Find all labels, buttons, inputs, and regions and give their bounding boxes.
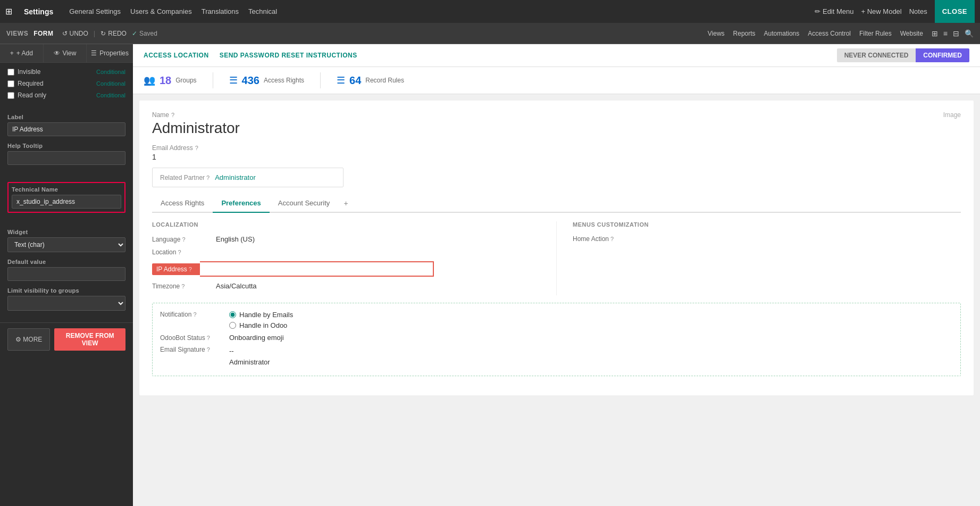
list-view-icon[interactable]: ≡ <box>943 29 948 38</box>
tab-access-rights[interactable]: Access Rights <box>152 195 213 213</box>
notification-help-icon[interactable]: ? <box>193 311 196 318</box>
undo-button[interactable]: ↺ UNDO <box>62 30 88 37</box>
name-field-label: Name ? <box>152 111 943 119</box>
access-rights-count: 436 <box>242 74 259 87</box>
properties-button[interactable]: ☰ Properties <box>87 44 133 62</box>
tab-preferences[interactable]: Preferences <box>213 195 269 213</box>
widget-select[interactable]: Text (char) <box>7 237 125 252</box>
search-icon[interactable]: 🔍 <box>965 29 974 38</box>
help-tooltip-input[interactable] <box>7 151 125 165</box>
form-label[interactable]: FORM <box>33 30 53 37</box>
notification-odoo-radio[interactable] <box>229 322 236 329</box>
app-name: Settings <box>24 7 53 16</box>
related-partner-label: Related Partner ? <box>160 174 210 181</box>
ip-address-input[interactable] <box>200 261 434 277</box>
toolbar-website[interactable]: Website <box>900 30 923 37</box>
related-partner-help-icon[interactable]: ? <box>206 175 210 181</box>
access-rights-stat[interactable]: ☰ 436 Access Rights <box>229 74 304 87</box>
timezone-help-icon[interactable]: ? <box>181 283 185 289</box>
readonly-conditional[interactable]: Conditional <box>96 92 125 98</box>
new-model-btn[interactable]: + New Model <box>861 7 902 15</box>
name-help-icon[interactable]: ? <box>171 112 174 118</box>
toolbar-automations[interactable]: Automations <box>764 30 800 37</box>
sidebar-actions: + + Add 👁 View ☰ Properties <box>0 44 133 63</box>
timezone-label: Timezone ? <box>152 283 216 290</box>
required-checkbox[interactable] <box>7 80 14 87</box>
home-action-help-icon[interactable]: ? <box>610 236 614 242</box>
toolbar-reports[interactable]: Reports <box>733 30 756 37</box>
odobot-row: OdooBot Status ? Onboarding emoji <box>160 334 953 342</box>
notes-btn[interactable]: Notes <box>909 7 927 15</box>
remove-from-view-button[interactable]: REMOVE FROM VIEW <box>54 328 125 351</box>
default-value-input[interactable] <box>7 267 125 281</box>
technical-name-input[interactable] <box>12 195 121 209</box>
more-button[interactable]: ⚙ MORE <box>7 328 50 351</box>
limit-visibility-select[interactable] <box>7 296 125 311</box>
readonly-checkbox[interactable] <box>7 92 14 99</box>
tab-account-security[interactable]: Account Security <box>270 195 339 213</box>
kanban-view-icon[interactable]: ⊟ <box>953 29 959 38</box>
record-tabs: Access Rights Preferences Account Securi… <box>152 195 961 213</box>
grid-view-icon[interactable]: ⊞ <box>932 29 938 38</box>
label-section-label: Label <box>7 114 125 120</box>
sidebar-checkboxes-section: Invisible Conditional Required Condition… <box>0 63 133 109</box>
email-signature-row: Email Signature ? -- Administrator <box>160 346 953 368</box>
location-row: Location ? <box>152 248 540 256</box>
invisible-checkbox[interactable] <box>7 69 14 76</box>
access-location-button[interactable]: ACCESS LOCATION <box>144 52 209 59</box>
send-password-reset-button[interactable]: SEND PASSWORD RESET INSTRUCTIONS <box>220 52 357 59</box>
location-help-icon[interactable]: ? <box>178 249 181 255</box>
required-conditional[interactable]: Conditional <box>96 80 125 87</box>
groups-stat[interactable]: 👥 18 Groups <box>144 74 197 87</box>
technical-name-box: Technical Name <box>7 182 125 213</box>
stat-divider-1 <box>213 72 213 88</box>
view-button[interactable]: 👁 View <box>44 44 87 62</box>
toolbar-access-control[interactable]: Access Control <box>808 30 851 37</box>
sidebar-label-section: Label Help Tooltip <box>0 109 133 177</box>
record-rules-count: 64 <box>349 74 361 87</box>
related-partner-value[interactable]: Administrator <box>215 173 256 181</box>
invisible-conditional[interactable]: Conditional <box>96 69 125 75</box>
widget-section: Widget Text (char) Default value Limit v… <box>0 223 133 322</box>
toolbar-views[interactable]: Views <box>708 30 725 37</box>
widget-field: Widget Text (char) <box>7 229 125 252</box>
invisible-row: Invisible Conditional <box>7 68 125 76</box>
email-sig-help-icon[interactable]: ? <box>207 346 210 353</box>
close-button[interactable]: CLOSE <box>935 0 975 23</box>
odobot-help-icon[interactable]: ? <box>207 335 210 341</box>
connection-status: NEVER CONNECTED CONFIRMED <box>837 48 969 62</box>
limit-visibility-field: Limit visibility to groups <box>7 287 125 311</box>
nav-general-settings[interactable]: General Settings <box>69 7 121 15</box>
nav-users-companies[interactable]: Users & Companies <box>130 7 192 15</box>
label-input[interactable] <box>7 122 125 136</box>
notification-row: Notification ? Handle by Emails Handle i… <box>160 311 953 329</box>
notification-email-option[interactable]: Handle by Emails <box>229 311 293 319</box>
readonly-label: Read only <box>18 92 46 99</box>
groups-icon: 👥 <box>144 74 155 86</box>
invisible-label: Invisible <box>18 68 40 76</box>
email-sig-label: Email Signature ? <box>160 346 229 353</box>
access-rights-icon: ☰ <box>229 74 238 86</box>
main-content: ACCESS LOCATION SEND PASSWORD RESET INST… <box>133 44 980 506</box>
edit-menu-btn[interactable]: ✏ Edit Menu <box>815 7 853 15</box>
nav-technical[interactable]: Technical <box>248 7 277 15</box>
nav-translations[interactable]: Translations <box>202 7 239 15</box>
record-rules-stat[interactable]: ☰ 64 Record Rules <box>337 74 404 87</box>
form-area: Image Name ? Administrator Email Address… <box>139 101 974 395</box>
language-help-icon[interactable]: ? <box>182 236 185 243</box>
views-label[interactable]: VIEWS <box>6 30 28 37</box>
two-col-layout: LOCALIZATION Language ? English (US) Loc… <box>152 221 961 295</box>
toolbar-filter-rules[interactable]: Filter Rules <box>859 30 892 37</box>
col-divider <box>556 221 557 295</box>
add-button[interactable]: + + Add <box>0 44 44 62</box>
limit-visibility-label: Limit visibility to groups <box>7 287 125 294</box>
email-value: 1 <box>152 153 961 161</box>
notification-odoo-option[interactable]: Handle in Odoo <box>229 321 293 329</box>
notification-email-radio[interactable] <box>229 311 236 318</box>
content-header: ACCESS LOCATION SEND PASSWORD RESET INST… <box>133 44 980 67</box>
tab-add-button[interactable]: + <box>338 195 353 212</box>
record-rules-icon: ☰ <box>337 74 345 86</box>
email-help-icon[interactable]: ? <box>195 145 198 151</box>
redo-button[interactable]: ↻ REDO <box>100 30 127 37</box>
ip-address-help-icon[interactable]: ? <box>189 266 192 272</box>
